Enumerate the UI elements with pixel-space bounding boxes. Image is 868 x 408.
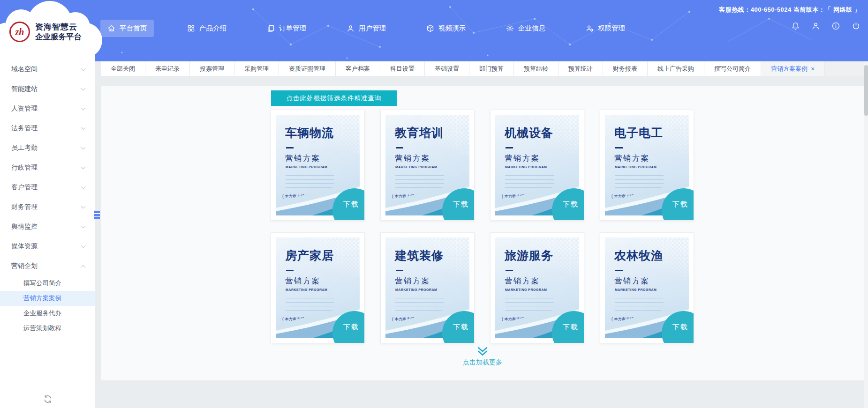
plan-subtitle-en: MARKETING PROGRAM	[395, 165, 469, 169]
chevron-down-icon	[81, 184, 86, 189]
marketing-plan-card[interactable]: 旅游服务 营销方案 MARKETING PROGRAM ( 本方案未经许可，不得…	[490, 232, 584, 343]
nav-item-产品介绍[interactable]: 产品介绍	[180, 20, 234, 37]
tab-item[interactable]: 采购管理	[234, 61, 279, 76]
tab-item[interactable]: 来电记录	[145, 61, 190, 76]
tab-label: 财务报表	[613, 62, 637, 76]
chevron-down-icon	[81, 145, 86, 149]
sidebar-item[interactable]: 法务管理	[0, 119, 95, 138]
tab-item[interactable]: 预算结转	[514, 61, 559, 76]
tab-item[interactable]: 科目设置	[380, 61, 425, 76]
page: 客服热线：400-650-5024 当前版本：「 网络版 」 平台首页 产品介绍…	[0, 0, 868, 408]
brand-line2: 企业服务平台	[35, 32, 82, 42]
nav-item-企业信息[interactable]: 企业信息	[499, 20, 552, 37]
close-tab-icon[interactable]: ×	[811, 66, 815, 72]
sidebar-item[interactable]: 人资管理	[0, 99, 95, 119]
tab-item[interactable]: 财务报表	[603, 61, 648, 76]
tab-item[interactable]: 营销方案案例 ×	[761, 61, 825, 76]
chevron-down-icon	[81, 86, 86, 90]
tab-item[interactable]: 预算统计	[559, 61, 603, 76]
sidebar-item[interactable]: 营销企划	[0, 256, 95, 276]
tab-label: 采购管理	[244, 62, 269, 76]
permission-icon	[586, 24, 594, 32]
chevron-down-icon	[81, 66, 86, 71]
gear-icon	[506, 24, 514, 32]
chevron-down-icon	[81, 125, 86, 130]
tab-label: 预算统计	[568, 62, 593, 76]
nav-item-订单管理[interactable]: 订单管理	[260, 20, 313, 37]
title-dash	[615, 270, 623, 271]
download-label: 下载	[343, 323, 359, 332]
sidebar-item[interactable]: 域名空间	[0, 59, 95, 79]
tab-item[interactable]: 部门预算	[469, 61, 514, 76]
sidebar-item[interactable]: 媒体资源	[0, 237, 95, 256]
scrollbar-thumb[interactable]	[864, 65, 868, 116]
tab-item[interactable]: 线上广告采购	[648, 61, 704, 76]
nav-item-平台首页[interactable]: 平台首页	[100, 20, 154, 37]
plan-subtitle: 营销方案	[285, 276, 360, 286]
tab-label: 资质证照管理	[289, 62, 325, 76]
sidebar-subitem[interactable]: 企业服务代办	[0, 306, 95, 321]
sidebar-item[interactable]: 行政管理	[0, 158, 95, 178]
marketing-plan-card[interactable]: 建筑装修 营销方案 MARKETING PROGRAM ( 本方案未经许可，不得…	[380, 232, 475, 343]
sidebar-subitem[interactable]: 运营策划教程	[0, 321, 95, 336]
marketing-plan-card[interactable]: 房产家居 营销方案 MARKETING PROGRAM ( 本方案未经许可，不得…	[271, 232, 365, 343]
sidebar-subitem[interactable]: 撰写公司简介	[0, 276, 95, 291]
load-more-label: 点击加载更多	[463, 358, 502, 367]
marketing-plan-card[interactable]: 机械设备 营销方案 MARKETING PROGRAM ( 本方案未经许可，不得…	[490, 110, 584, 221]
marketing-plan-card[interactable]: 电子电工 营销方案 MARKETING PROGRAM ( 本方案未经许可，不得…	[600, 110, 694, 221]
sidebar-subitem[interactable]: 营销方案案例	[0, 291, 95, 306]
plan-subtitle: 营销方案	[505, 154, 579, 163]
tab-label: 客户档案	[346, 62, 370, 76]
title-dash	[506, 147, 513, 148]
plan-subtitle: 营销方案	[614, 276, 689, 286]
sidebar-item[interactable]: 员工考勤	[0, 138, 95, 158]
tab-item[interactable]: 客户档案	[336, 61, 380, 76]
sidebar-subitem-label: 企业服务代办	[23, 309, 61, 318]
header-icon-group	[791, 22, 860, 30]
home-icon	[107, 24, 115, 32]
power-icon[interactable]	[852, 22, 860, 30]
marketing-plan-card[interactable]: 农林牧渔 营销方案 MARKETING PROGRAM ( 本方案未经许可，不得…	[600, 232, 694, 343]
tab-item[interactable]: 投票管理	[190, 61, 234, 76]
download-label: 下载	[563, 323, 579, 332]
nav-item-label: 订单管理	[279, 24, 306, 33]
account-icon[interactable]	[811, 22, 820, 30]
sidebar-menu: 域名空间 智能建站 人资管理 法务管理 员工考勤 行政管理 客户管理 财务管理 …	[0, 59, 95, 336]
tab-item[interactable]: 撰写公司简介	[704, 61, 761, 76]
plan-title: 农林牧渔	[614, 248, 689, 263]
main-nav: 平台首页 产品介绍 订单管理 用户管理 视频演示 企业信息 权限管理	[100, 20, 632, 37]
sidebar-item-label: 舆情监控	[11, 223, 38, 231]
open-tabs-bar: 全部关闭 来电记录 投票管理 采购管理 资质证照管理 客户档案 科目设置 基础设…	[101, 61, 864, 76]
plan-subtitle: 营销方案	[505, 276, 579, 286]
refresh-icon[interactable]	[43, 394, 53, 404]
plan-title: 教育培训	[395, 125, 469, 141]
tab-item[interactable]: 资质证照管理	[279, 61, 336, 76]
marketing-plan-card[interactable]: 车辆物流 营销方案 MARKETING PROGRAM ( 本方案未经许可，不得…	[271, 110, 365, 221]
sidebar-item[interactable]: 舆情监控	[0, 217, 95, 237]
marketing-plan-card[interactable]: 教育培训 营销方案 MARKETING PROGRAM ( 本方案未经许可，不得…	[380, 110, 475, 221]
download-label: 下载	[453, 200, 469, 209]
filter-query-button[interactable]: 点击此处根据筛选条件精准查询	[271, 90, 397, 106]
info-icon[interactable]	[831, 22, 840, 30]
nav-item-label: 企业信息	[518, 24, 545, 33]
tab-item[interactable]: 全部关闭	[101, 61, 145, 76]
bell-icon[interactable]	[791, 22, 800, 30]
plan-subtitle-en: MARKETING PROGRAM	[395, 288, 469, 291]
sidebar-item-label: 员工考勤	[11, 144, 38, 152]
sidebar-collapse-handle[interactable]	[93, 208, 101, 221]
nav-item-label: 视频演示	[438, 24, 466, 33]
sidebar-item[interactable]: 智能建站	[0, 79, 95, 99]
brand-line1: 资海智慧云	[35, 22, 82, 32]
plan-title: 建筑装修	[395, 248, 469, 263]
nav-item-用户管理[interactable]: 用户管理	[340, 20, 393, 37]
tab-label: 全部关闭	[111, 62, 135, 76]
load-more[interactable]: 点击加载更多	[463, 347, 502, 367]
nav-item-权限管理[interactable]: 权限管理	[579, 20, 632, 37]
sidebar-item[interactable]: 财务管理	[0, 197, 95, 217]
sidebar-item-label: 域名空间	[11, 65, 38, 74]
sidebar-subitem-label: 运营策划教程	[23, 324, 61, 333]
double-chevron-down-icon	[476, 347, 489, 356]
nav-item-视频演示[interactable]: 视频演示	[419, 20, 473, 37]
tab-item[interactable]: 基础设置	[425, 61, 469, 76]
sidebar-item[interactable]: 客户管理	[0, 178, 95, 197]
